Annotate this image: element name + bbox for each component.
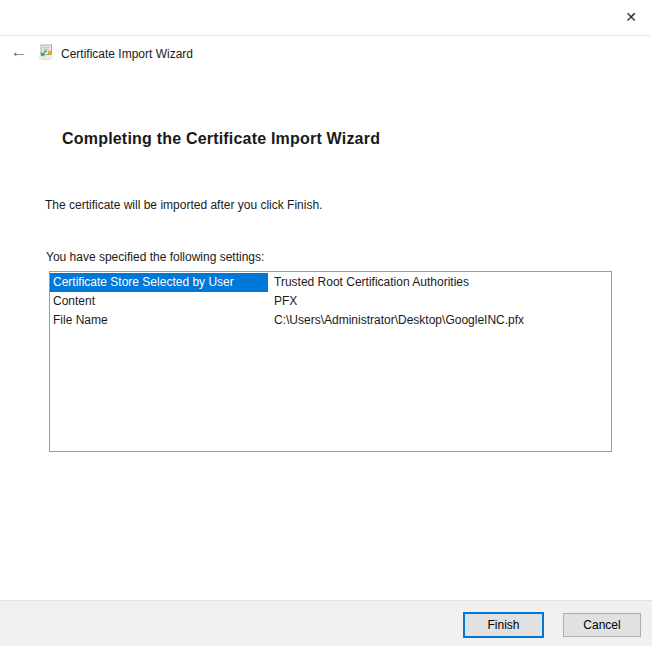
description-text: The certificate will be imported after y… xyxy=(45,198,322,212)
settings-row-file-name[interactable]: File Name C:\Users\Administrator\Desktop… xyxy=(50,311,611,330)
finish-button[interactable]: Finish xyxy=(463,612,544,638)
cancel-button[interactable]: Cancel xyxy=(563,613,641,637)
window-title: Certificate Import Wizard xyxy=(61,47,193,61)
settings-row-certificate-store[interactable]: Certificate Store Selected by User Trust… xyxy=(50,273,611,292)
settings-row-content[interactable]: Content PFX xyxy=(50,292,611,311)
footer-bar xyxy=(0,600,652,646)
certificate-import-wizard-dialog: ✕ ← Certificate Import Wizard Completing… xyxy=(0,0,652,646)
setting-name-cell: Certificate Store Selected by User xyxy=(50,273,268,292)
close-icon[interactable]: ✕ xyxy=(616,4,646,30)
settings-label: You have specified the following setting… xyxy=(46,250,264,264)
certificate-wizard-icon xyxy=(37,44,54,61)
setting-value-cell: C:\Users\Administrator\Desktop\GoogleINC… xyxy=(268,311,524,330)
titlebar-divider xyxy=(0,35,650,36)
setting-name-cell: File Name xyxy=(50,311,268,330)
settings-listbox[interactable]: Certificate Store Selected by User Trust… xyxy=(49,271,612,452)
page-heading: Completing the Certificate Import Wizard xyxy=(62,130,380,148)
setting-name-cell: Content xyxy=(50,292,268,311)
setting-value-cell: Trusted Root Certification Authorities xyxy=(268,273,469,292)
setting-value-cell: PFX xyxy=(268,292,297,311)
back-button[interactable]: ← xyxy=(6,42,32,62)
